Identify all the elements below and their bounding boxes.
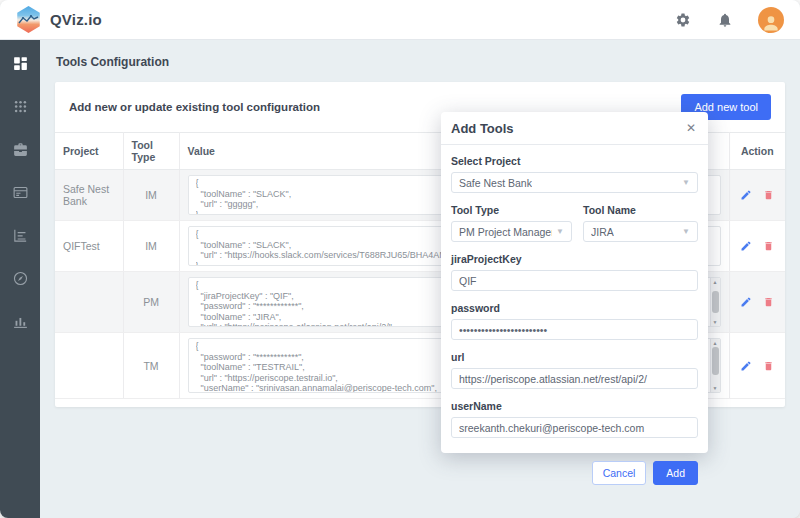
tool-name-dropdown[interactable]: JIRA ▼ xyxy=(583,221,698,242)
tool-name-label: Tool Name xyxy=(583,204,698,216)
column-header-tool-type: Tool Type xyxy=(123,133,179,170)
cell-project: Safe Nest Bank xyxy=(55,170,123,221)
cell-tool-type: TM xyxy=(123,333,179,399)
edit-pencil-icon[interactable] xyxy=(740,296,753,309)
password-label: password xyxy=(451,302,698,314)
delete-trash-icon[interactable] xyxy=(762,359,775,372)
cell-tool-type: IM xyxy=(123,221,179,272)
sidebar-item-toolbox-icon[interactable] xyxy=(11,140,29,158)
url-field[interactable] xyxy=(451,368,698,389)
card-heading: Add new or update existing tool configur… xyxy=(69,101,320,113)
delete-trash-icon[interactable] xyxy=(762,296,775,309)
add-button[interactable]: Add xyxy=(653,461,698,485)
password-field[interactable] xyxy=(451,319,698,340)
sidebar-item-apps-grid-icon[interactable] xyxy=(11,97,29,115)
sidebar-item-chart-list-icon[interactable] xyxy=(11,226,29,244)
notifications-bell-icon[interactable] xyxy=(716,11,734,29)
delete-trash-icon[interactable] xyxy=(762,240,775,253)
settings-gear-icon[interactable] xyxy=(674,11,692,29)
select-project-label: Select Project xyxy=(451,155,698,167)
app-window: QViz.io xyxy=(0,0,800,518)
modal-title: Add Tools xyxy=(451,121,514,136)
chevron-down-icon: ▼ xyxy=(682,227,690,236)
sidebar-item-explore-compass-icon[interactable] xyxy=(11,269,29,287)
jira-project-key-label: jiraProjectKey xyxy=(451,253,698,265)
textarea-scrollbar[interactable]: ▲▼ xyxy=(710,278,720,326)
edit-pencil-icon[interactable] xyxy=(740,240,753,253)
cell-project: QIFTest xyxy=(55,221,123,272)
edit-pencil-icon[interactable] xyxy=(740,189,753,202)
user-avatar[interactable] xyxy=(758,7,784,33)
column-header-action: Action xyxy=(729,133,785,170)
sidebar-item-reports-icon[interactable] xyxy=(11,183,29,201)
delete-trash-icon[interactable] xyxy=(762,189,775,202)
chevron-down-icon: ▼ xyxy=(556,227,564,236)
edit-pencil-icon[interactable] xyxy=(740,359,753,372)
chevron-down-icon: ▼ xyxy=(682,178,690,187)
select-project-dropdown[interactable]: Safe Nest Bank ▼ xyxy=(451,172,698,193)
username-label: userName xyxy=(451,400,698,412)
brand-title: QViz.io xyxy=(50,11,102,28)
page-title: Tools Configuration xyxy=(40,40,800,82)
top-navbar: QViz.io xyxy=(0,0,800,40)
column-header-project: Project xyxy=(55,133,123,170)
modal-close-icon[interactable]: ✕ xyxy=(684,120,698,136)
sidebar xyxy=(0,40,40,518)
cell-project xyxy=(55,272,123,333)
jira-project-key-field[interactable] xyxy=(451,270,698,291)
username-field[interactable] xyxy=(451,417,698,438)
cell-tool-type: IM xyxy=(123,170,179,221)
cell-project xyxy=(55,333,123,399)
tool-type-dropdown[interactable]: PM Project Management ▼ xyxy=(451,221,572,242)
add-tools-modal: Add Tools ✕ Select Project Safe Nest Ban… xyxy=(441,112,708,453)
sidebar-item-dashboard-icon[interactable] xyxy=(11,54,29,72)
cell-tool-type: PM xyxy=(123,272,179,333)
qviz-logo-icon xyxy=(16,6,41,33)
sidebar-item-bar-chart-icon[interactable] xyxy=(11,312,29,330)
tool-type-label: Tool Type xyxy=(451,204,572,216)
cancel-button[interactable]: Cancel xyxy=(592,461,647,485)
textarea-scrollbar[interactable]: ▲▼ xyxy=(710,339,720,392)
url-label: url xyxy=(451,351,698,363)
